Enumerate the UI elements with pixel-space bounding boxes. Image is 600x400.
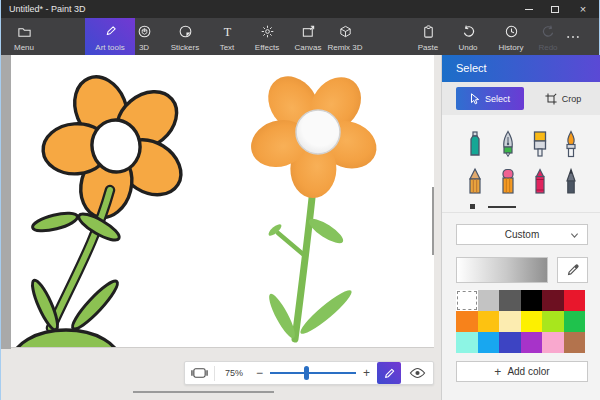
color-swatch[interactable] bbox=[478, 311, 500, 332]
tool-fill-brush[interactable] bbox=[527, 128, 553, 160]
undo-icon bbox=[461, 24, 476, 39]
canvas-region: 75% − + bbox=[1, 55, 441, 400]
tab-stickers[interactable]: Stickers bbox=[163, 18, 207, 55]
color-swatch[interactable] bbox=[456, 311, 478, 332]
panel-header: Select bbox=[442, 55, 600, 82]
fill-brush-icon bbox=[530, 130, 550, 158]
color-swatch[interactable] bbox=[564, 290, 586, 311]
sun-effects-icon bbox=[260, 24, 275, 39]
calligraphy-pen-icon bbox=[498, 130, 518, 158]
color-swatch[interactable] bbox=[542, 290, 564, 311]
redo-icon bbox=[541, 24, 556, 39]
tab-text[interactable]: T Text bbox=[207, 18, 247, 55]
fit-to-screen-icon bbox=[191, 366, 208, 380]
eyedropper-icon bbox=[566, 263, 580, 277]
zoom-out-button[interactable]: − bbox=[253, 362, 266, 384]
more-options-button[interactable] bbox=[559, 18, 587, 55]
tool-pencil[interactable] bbox=[462, 165, 488, 197]
color-swatch[interactable] bbox=[478, 290, 500, 311]
divider bbox=[214, 366, 215, 381]
vertical-scrollbar[interactable] bbox=[432, 187, 434, 255]
crop-icon bbox=[545, 93, 557, 105]
minimize-button[interactable] bbox=[517, 0, 541, 18]
eyedropper-button[interactable] bbox=[557, 257, 588, 283]
clipboard-icon bbox=[421, 24, 436, 39]
color-swatch[interactable] bbox=[499, 311, 521, 332]
main-area: 75% − + Select bbox=[1, 55, 600, 400]
tool-crayon[interactable] bbox=[527, 165, 553, 197]
ribbon-toolbar: Menu Art tools 3D Stickers T Text Effect… bbox=[1, 18, 599, 55]
color-swatch[interactable] bbox=[542, 311, 564, 332]
close-button[interactable]: × bbox=[571, 0, 595, 18]
paint3d-window: Untitled* - Paint 3D × Menu Art tools 3D… bbox=[0, 0, 600, 400]
tool-pixel-pen[interactable] bbox=[558, 165, 584, 197]
tool-oil-brush[interactable] bbox=[558, 128, 584, 160]
zoom-toolbar: 75% − + bbox=[184, 361, 434, 385]
remix-cube-icon bbox=[338, 24, 353, 39]
brush-icon bbox=[103, 24, 118, 39]
window-title: Untitled* - Paint 3D bbox=[9, 0, 86, 18]
2d-flower-drawing bbox=[12, 69, 191, 347]
drawing-canvas[interactable] bbox=[11, 55, 434, 347]
tab-art-tools[interactable]: Art tools bbox=[85, 18, 135, 55]
close-icon: × bbox=[580, 3, 586, 15]
crayon-icon bbox=[530, 167, 550, 195]
zoom-slider-thumb[interactable] bbox=[304, 366, 309, 380]
tab-remix-3d[interactable]: Remix 3D bbox=[319, 18, 371, 55]
color-swatch[interactable] bbox=[499, 332, 521, 353]
paste-button[interactable]: Paste bbox=[407, 18, 449, 55]
brush-page-indicator[interactable] bbox=[488, 206, 516, 208]
color-palette bbox=[456, 290, 585, 353]
eye-icon bbox=[409, 367, 426, 379]
color-swatch[interactable] bbox=[456, 290, 478, 311]
color-swatch[interactable] bbox=[521, 332, 543, 353]
maximize-button[interactable] bbox=[543, 0, 567, 18]
pen-icon bbox=[383, 367, 396, 380]
3d-sphere-icon bbox=[137, 24, 152, 39]
chevron-down-icon bbox=[570, 231, 579, 240]
select-tool-button[interactable]: Select bbox=[456, 87, 524, 110]
eraser-icon bbox=[498, 167, 518, 195]
undo-button[interactable]: Undo bbox=[450, 18, 486, 55]
preview-button[interactable] bbox=[405, 362, 429, 384]
folder-icon bbox=[17, 24, 32, 39]
stroke-style-dropdown[interactable]: Custom bbox=[456, 224, 588, 245]
zoom-level-label: 75% bbox=[219, 368, 249, 378]
color-swatch[interactable] bbox=[521, 290, 543, 311]
color-swatch[interactable] bbox=[542, 332, 564, 353]
sticker-icon bbox=[178, 24, 193, 39]
tool-calligraphy-pen[interactable] bbox=[495, 128, 521, 160]
history-button[interactable]: History bbox=[490, 18, 532, 55]
color-swatch[interactable] bbox=[564, 332, 586, 353]
color-swatch[interactable] bbox=[499, 290, 521, 311]
canvas-artwork bbox=[11, 55, 434, 347]
text-icon: T bbox=[220, 24, 235, 39]
plus-icon: + bbox=[494, 367, 501, 377]
menu-button[interactable]: Menu bbox=[7, 18, 41, 55]
canvas-margin bbox=[1, 55, 11, 349]
color-swatch[interactable] bbox=[564, 311, 586, 332]
tab-3d[interactable]: 3D bbox=[131, 18, 157, 55]
oil-brush-icon bbox=[561, 130, 581, 158]
tab-effects[interactable]: Effects bbox=[247, 18, 287, 55]
color-swatch[interactable] bbox=[478, 332, 500, 353]
add-color-button[interactable]: + Add color bbox=[456, 361, 588, 382]
ellipsis-icon bbox=[565, 29, 581, 45]
svg-text:T: T bbox=[223, 25, 231, 39]
color-swatch[interactable] bbox=[521, 311, 543, 332]
fit-to-screen-button[interactable] bbox=[188, 362, 210, 384]
divider bbox=[442, 212, 600, 213]
tool-marker[interactable] bbox=[462, 128, 488, 160]
color-swatch[interactable] bbox=[456, 332, 478, 353]
tool-eraser[interactable] bbox=[495, 165, 521, 197]
horizontal-scrollbar[interactable] bbox=[133, 391, 274, 393]
brush-page-dot[interactable] bbox=[470, 204, 475, 209]
shade-gradient-bar[interactable] bbox=[456, 257, 548, 283]
crop-tool-button[interactable]: Crop bbox=[532, 87, 594, 110]
zoom-slider[interactable] bbox=[270, 362, 356, 384]
3d-flower-object bbox=[245, 67, 383, 341]
zoom-in-button[interactable]: + bbox=[360, 362, 373, 384]
canvas-resize-icon bbox=[301, 24, 316, 39]
draw-mode-button[interactable] bbox=[377, 362, 401, 384]
pixel-pen-icon bbox=[561, 167, 581, 195]
